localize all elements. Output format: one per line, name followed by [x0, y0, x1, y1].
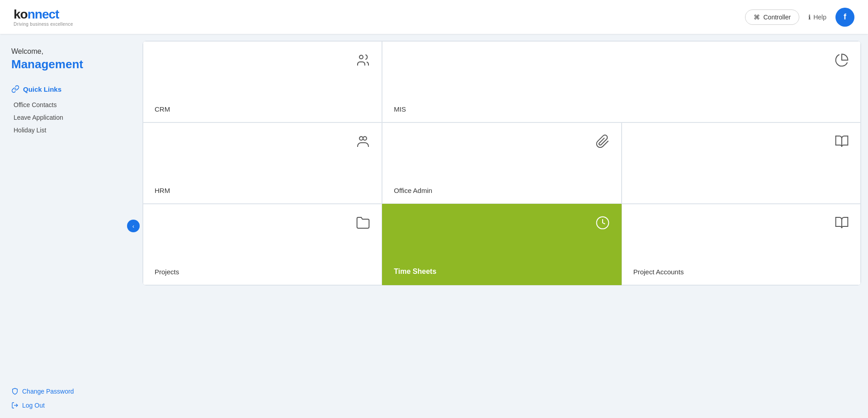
sidebar-bottom: Change Password Log Out — [11, 388, 124, 409]
mis-label: MIS — [394, 105, 849, 113]
controller-button[interactable]: ⌘ Controller — [745, 9, 800, 25]
logo-text: konnect — [14, 7, 73, 22]
module-knowledge[interactable] — [622, 122, 861, 204]
sidebar-links: Office Contacts Leave Application Holida… — [11, 101, 124, 134]
mis-icon — [394, 53, 849, 67]
module-time-sheets[interactable]: Time Sheets — [382, 204, 621, 285]
module-projects[interactable]: Projects — [143, 204, 382, 285]
controller-icon: ⌘ — [754, 14, 760, 21]
projects-icon — [155, 216, 370, 230]
sidebar-toggle[interactable]: ‹ — [127, 220, 140, 232]
hrm-icon — [155, 134, 370, 149]
help-icon: ℹ — [808, 14, 811, 21]
time-sheets-icon — [394, 216, 609, 230]
sidebar-link-office-contacts[interactable]: Office Contacts — [14, 101, 124, 108]
welcome-name: Management — [11, 57, 124, 71]
hrm-label: HRM — [155, 187, 370, 194]
module-crm[interactable]: CRM — [143, 41, 382, 122]
crm-label: CRM — [155, 105, 370, 113]
module-office-admin[interactable]: Office Admin — [382, 122, 621, 204]
office-admin-label: Office Admin — [394, 187, 609, 194]
main-content: CRM MIS — [133, 34, 868, 418]
avatar-letter: f — [844, 12, 846, 22]
sidebar: ‹ Welcome, Management Quick Links Office… — [0, 34, 133, 418]
logo-k: ko — [14, 7, 28, 21]
logo-nnect: nnect — [28, 7, 59, 21]
knowledge-icon — [633, 134, 849, 149]
quick-links-label: Quick Links — [23, 85, 61, 93]
projects-label: Projects — [155, 268, 370, 276]
controller-label: Controller — [764, 14, 791, 21]
change-password-label: Change Password — [22, 388, 74, 395]
link-icon — [11, 85, 19, 93]
sidebar-link-holiday-list[interactable]: Holiday List — [14, 127, 124, 134]
quick-links-header: Quick Links — [11, 85, 124, 93]
logout-label: Log Out — [22, 402, 45, 409]
help-button[interactable]: ℹ Help — [808, 14, 826, 21]
module-hrm[interactable]: HRM — [143, 122, 382, 204]
project-accounts-label: Project Accounts — [633, 268, 849, 276]
module-project-accounts[interactable]: Project Accounts — [622, 204, 861, 285]
svg-point-3 — [363, 136, 367, 140]
top-nav: konnect Driving business excellence ⌘ Co… — [0, 0, 868, 34]
change-password-link[interactable]: Change Password — [11, 388, 124, 395]
logout-icon — [11, 402, 19, 409]
app-layout: ‹ Welcome, Management Quick Links Office… — [0, 34, 868, 418]
nav-right: ⌘ Controller ℹ Help f — [745, 8, 855, 27]
module-mis[interactable]: MIS — [382, 41, 861, 122]
modules-grid: CRM MIS — [142, 41, 861, 286]
svg-point-1 — [359, 55, 363, 59]
logout-link[interactable]: Log Out — [11, 402, 124, 409]
logo-tagline: Driving business excellence — [14, 22, 73, 27]
office-admin-icon — [394, 134, 609, 149]
time-sheets-label: Time Sheets — [394, 268, 609, 276]
shield-icon — [11, 388, 19, 395]
logo: konnect Driving business excellence — [14, 7, 73, 27]
welcome-text: Welcome, — [11, 47, 124, 56]
svg-point-2 — [359, 136, 363, 140]
avatar[interactable]: f — [835, 8, 854, 27]
sidebar-link-leave-application[interactable]: Leave Application — [14, 114, 124, 121]
crm-icon — [155, 53, 370, 67]
help-label: Help — [813, 14, 826, 21]
project-accounts-icon — [633, 216, 849, 230]
